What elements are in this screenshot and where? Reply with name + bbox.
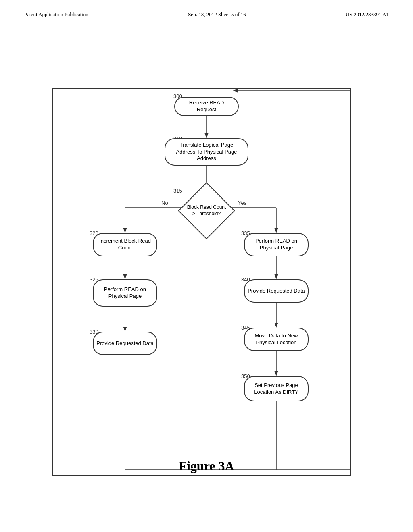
node-310: Translate Logical Page Address To Physic… [165,138,248,166]
node-335: Perform READ on Physical Page [244,233,309,256]
header-center: Sep. 13, 2012 Sheet 5 of 16 [188,11,246,18]
flow-svg: No Yes 300 310 315 320 325 330 335 340 3… [0,26,413,490]
svg-text:No: No [161,200,168,206]
node-325: Perform READ on Physical Page [93,279,157,307]
node-330: Provide Requested Data [93,332,157,355]
header-left: Patent Application Publication [24,11,88,18]
node-345: Move Data to New Physical Location [244,328,309,351]
node-340: Provide Requested Data [244,279,309,303]
svg-text:315: 315 [173,188,182,194]
node-315: Block Read Count > Threshold? [186,191,227,231]
node-300: Receive READ Request [174,97,239,116]
node-350: Set Previous Page Location As DIRTY [244,376,309,401]
node-320: Increment Block Read Count [93,233,157,256]
diagram-area: No Yes 300 310 315 320 325 330 335 340 3… [0,26,413,490]
header-right: US 2012/233391 A1 [346,11,389,18]
page-header: Patent Application Publication Sep. 13, … [0,0,413,22]
svg-text:Yes: Yes [238,200,247,206]
figure-label: Figure 3A [0,459,413,474]
